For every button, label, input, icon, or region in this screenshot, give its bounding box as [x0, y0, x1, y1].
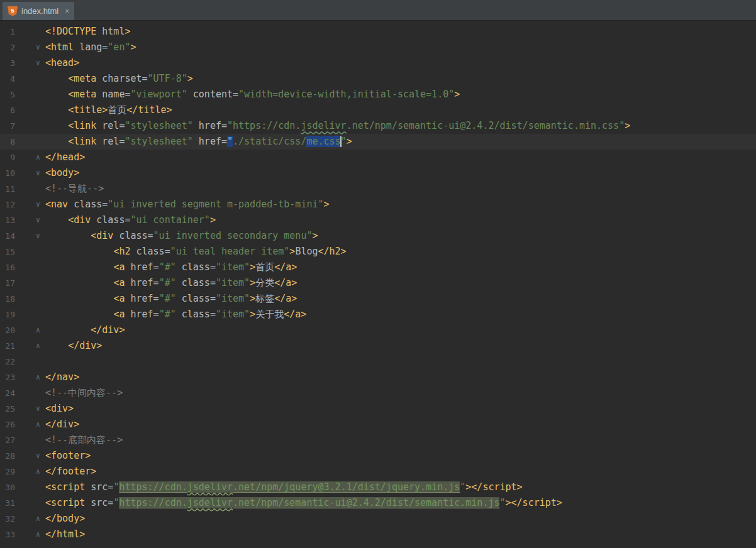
- fold-end-icon[interactable]: ∧: [15, 322, 45, 338]
- line-number[interactable]: 30: [0, 480, 15, 495]
- line-number[interactable]: 2: [0, 40, 15, 55]
- fold-start-icon[interactable]: ∨: [15, 55, 45, 71]
- line-number[interactable]: 12: [0, 197, 15, 212]
- fold-end-icon[interactable]: ∧: [15, 511, 45, 527]
- code-line[interactable]: 11<!--导航-->: [0, 181, 756, 197]
- code-token: ": [341, 136, 347, 147]
- line-number[interactable]: 11: [0, 181, 15, 197]
- line-number[interactable]: 33: [0, 527, 15, 542]
- line-number[interactable]: 28: [0, 448, 15, 464]
- code-line[interactable]: 4 <meta charset="UTF-8">: [0, 71, 756, 87]
- fold-end-icon[interactable]: ∧: [15, 338, 45, 354]
- line-number[interactable]: 21: [0, 338, 15, 354]
- line-number[interactable]: 15: [0, 244, 15, 260]
- line-number[interactable]: 24: [0, 385, 15, 401]
- fold-start-icon[interactable]: ∨: [15, 197, 45, 212]
- line-number[interactable]: 9: [0, 150, 15, 165]
- line-number[interactable]: 8: [0, 134, 15, 150]
- code-token: >: [250, 309, 255, 320]
- code-line[interactable]: 31<script src="https://cdn.jsdelivr.net/…: [0, 495, 756, 511]
- code-line[interactable]: 25∨<div>: [0, 401, 756, 417]
- fold-end-icon[interactable]: ∧: [15, 527, 45, 542]
- line-number[interactable]: 18: [0, 291, 15, 307]
- line-number[interactable]: 16: [0, 260, 15, 275]
- code-line[interactable]: 24<!--中间内容-->: [0, 385, 756, 401]
- code-token: https://cdn.: [119, 497, 187, 508]
- line-number[interactable]: 25: [0, 401, 15, 417]
- line-number[interactable]: 10: [0, 165, 15, 181]
- code-line[interactable]: 12∨<nav class="ui inverted segment m-pad…: [0, 197, 756, 212]
- code-line[interactable]: 30<script src="https://cdn.jsdelivr.net/…: [0, 480, 756, 495]
- code-line[interactable]: 28∨<footer>: [0, 448, 756, 464]
- line-number[interactable]: 32: [0, 511, 15, 527]
- code-line[interactable]: 6 <title>首页</title>: [0, 102, 756, 118]
- code-line[interactable]: 32∧</body>: [0, 511, 756, 527]
- code-line[interactable]: 22: [0, 354, 756, 370]
- code-text: </html>: [45, 527, 756, 542]
- tab-index-html[interactable]: 5 index.html ×: [3, 2, 74, 20]
- code-line[interactable]: 29∧</footer>: [0, 464, 756, 480]
- tab-close-icon[interactable]: ×: [65, 8, 69, 15]
- code-line[interactable]: 20∧ </div>: [0, 322, 756, 338]
- code-line[interactable]: 17 <a href="#" class="item">分类</a>: [0, 275, 756, 291]
- code-line[interactable]: 10∨<body>: [0, 165, 756, 181]
- code-line[interactable]: 19 <a href="#" class="item">关于我</a>: [0, 307, 756, 322]
- code-line[interactable]: 5 <meta name="viewport" content="width=d…: [0, 87, 756, 102]
- fold-spacer: [15, 307, 45, 322]
- code-line[interactable]: 18 <a href="#" class="item">标签</a>: [0, 291, 756, 307]
- fold-start-icon[interactable]: ∨: [15, 165, 45, 181]
- code-line[interactable]: 15 <h2 class="ui teal header item">Blog<…: [0, 244, 756, 260]
- code-token: href: [193, 120, 221, 131]
- code-text: <body>: [45, 165, 756, 181]
- code-token: <script: [45, 497, 85, 508]
- code-line[interactable]: 14∨ <div class="ui inverted secondary me…: [0, 228, 756, 244]
- line-number[interactable]: 3: [0, 55, 15, 71]
- line-number[interactable]: 4: [0, 71, 15, 87]
- line-number[interactable]: 6: [0, 102, 15, 118]
- code-line[interactable]: 21∧ </div>: [0, 338, 756, 354]
- code-line[interactable]: 9∧</head>: [0, 150, 756, 165]
- code-line[interactable]: 16 <a href="#" class="item">首页</a>: [0, 260, 756, 275]
- fold-end-icon[interactable]: ∧: [15, 464, 45, 480]
- line-number[interactable]: 17: [0, 275, 15, 291]
- fold-start-icon[interactable]: ∨: [15, 40, 45, 55]
- code-line[interactable]: 23∧</nav>: [0, 370, 756, 385]
- line-number[interactable]: 31: [0, 495, 15, 511]
- fold-end-icon[interactable]: ∧: [15, 370, 45, 385]
- code-line[interactable]: 26∧</div>: [0, 417, 756, 432]
- line-number[interactable]: 13: [0, 212, 15, 228]
- code-token: "#": [159, 293, 176, 304]
- line-number[interactable]: 22: [0, 354, 15, 370]
- code-token: href: [125, 309, 153, 320]
- fold-start-icon[interactable]: ∨: [15, 401, 45, 417]
- line-number[interactable]: 27: [0, 432, 15, 448]
- code-line[interactable]: 8 <link rel="stylesheet" href="./static/…: [0, 134, 756, 150]
- line-number[interactable]: 29: [0, 464, 15, 480]
- line-number[interactable]: 1: [0, 24, 15, 40]
- code-token: <footer>: [45, 450, 91, 461]
- code-line[interactable]: 27<!--底部内容-->: [0, 432, 756, 448]
- line-number[interactable]: 20: [0, 322, 15, 338]
- code-line[interactable]: 13∨ <div class="ui container">: [0, 212, 756, 228]
- line-number[interactable]: 14: [0, 228, 15, 244]
- code-line[interactable]: 33∧</html>: [0, 527, 756, 542]
- code-editor[interactable]: 1<!DOCTYPE html>2∨<html lang="en">3∨<hea…: [0, 21, 756, 547]
- fold-start-icon[interactable]: ∨: [15, 448, 45, 464]
- code-token: =: [102, 199, 108, 210]
- code-line[interactable]: 3∨<head>: [0, 55, 756, 71]
- code-token: =: [221, 120, 227, 131]
- fold-end-icon[interactable]: ∧: [15, 417, 45, 432]
- code-text: <head>: [45, 55, 756, 71]
- fold-end-icon[interactable]: ∧: [15, 150, 45, 165]
- fold-start-icon[interactable]: ∨: [15, 212, 45, 228]
- code-line[interactable]: 1<!DOCTYPE html>: [0, 24, 756, 40]
- fold-start-icon[interactable]: ∨: [15, 228, 45, 244]
- code-line[interactable]: 7 <link rel="stylesheet" href="https://c…: [0, 118, 756, 134]
- line-number[interactable]: 5: [0, 87, 15, 102]
- code-text: <link rel="stylesheet" href="https://cdn…: [45, 118, 756, 134]
- line-number[interactable]: 7: [0, 118, 15, 134]
- line-number[interactable]: 23: [0, 370, 15, 385]
- code-line[interactable]: 2∨<html lang="en">: [0, 40, 756, 55]
- line-number[interactable]: 19: [0, 307, 15, 322]
- line-number[interactable]: 26: [0, 417, 15, 432]
